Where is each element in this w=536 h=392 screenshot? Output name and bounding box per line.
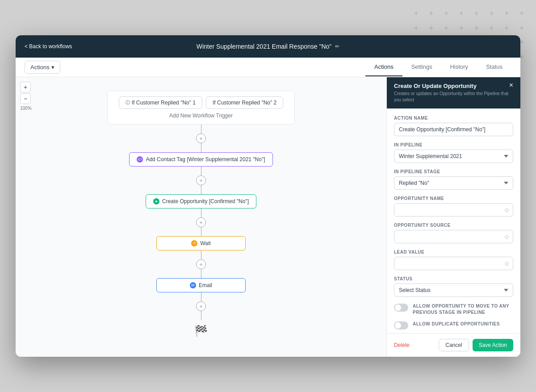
panel-footer: Delete Cancel Save Action	[387, 333, 520, 357]
in-pipeline-stage-select[interactable]: Replied "No"	[394, 176, 513, 190]
connector-line	[201, 292, 201, 301]
connector-line	[201, 167, 201, 175]
tabs: Actions Settings History Status	[365, 58, 511, 76]
opportunity-name-label: OPPORTUNITY NAME	[394, 196, 513, 201]
wait-node-label: Wait	[200, 240, 211, 246]
zoom-out-button[interactable]: −	[20, 93, 31, 104]
connector-5: +	[196, 292, 206, 320]
lead-value-input-wrapper: ◇	[394, 257, 513, 270]
action-name-input[interactable]	[394, 123, 513, 136]
header-title: Winter Supplemental 2021 Email Response …	[197, 43, 340, 50]
allow-previous-stage-toggle[interactable]	[394, 304, 408, 312]
opportunity-node[interactable]: ● Create Opportunity [Confirmed "No"]	[146, 194, 256, 209]
tag-node[interactable]: 🏷 Add Contact Tag [Winter Supplemental 2…	[129, 152, 272, 167]
panel-title: Create Or Update Opportunity	[394, 83, 509, 89]
main-content: + − 100% ⓘ If Customer Replied "No" 1 If…	[16, 77, 520, 357]
email-node[interactable]: ✉ Email	[156, 278, 246, 292]
add-node-button-4[interactable]: +	[196, 259, 206, 269]
actions-dropdown[interactable]: Actions ▾	[25, 61, 60, 74]
lead-value-input[interactable]	[394, 257, 513, 270]
connector-4: +	[196, 250, 206, 278]
trigger-buttons: ⓘ If Customer Replied "No" 1 If Customer…	[117, 96, 285, 109]
tag-node-label: Add Contact Tag [Winter Supplemental 202…	[146, 156, 265, 163]
panel-subtitle: Creates or updates an Opportunity within…	[394, 91, 509, 103]
in-pipeline-stage-label: IN PIPELINE STAGE	[394, 169, 513, 174]
opportunity-node-icon: ●	[153, 198, 159, 204]
edit-title-icon[interactable]: ✏	[335, 43, 339, 50]
status-label: STATUS	[394, 276, 513, 281]
tab-actions[interactable]: Actions	[365, 58, 402, 76]
allow-duplicate-label: ALLOW DUPLICATE OPPORTUNITIES	[413, 321, 500, 327]
close-panel-button[interactable]: ×	[509, 82, 513, 89]
right-panel: Create Or Update Opportunity Creates or …	[386, 77, 520, 357]
header: < Back to workflows Winter Supplemental …	[16, 35, 520, 58]
delete-button[interactable]: Delete	[394, 342, 410, 348]
save-action-button[interactable]: Save Action	[473, 339, 513, 351]
lead-value-label: LEAD VALUE	[394, 250, 513, 254]
connector-line	[201, 227, 201, 236]
workflow-canvas[interactable]: + − 100% ⓘ If Customer Replied "No" 1 If…	[16, 77, 386, 357]
opportunity-source-label: OPPORTUNITY SOURCE	[394, 223, 513, 228]
opportunity-source-input[interactable]	[394, 230, 513, 243]
connector-line	[201, 269, 201, 278]
action-name-field: ACTION NAME	[394, 116, 513, 136]
footer-right: Cancel Save Action	[439, 339, 513, 351]
opportunity-source-icon: ◇	[505, 234, 509, 240]
back-to-workflows-link[interactable]: < Back to workflows	[16, 43, 81, 50]
in-pipeline-label: IN PIPELINE	[394, 142, 513, 147]
canvas-controls: + − 100%	[20, 82, 32, 111]
workflow-title: Winter Supplemental 2021 Email Response …	[197, 43, 332, 50]
allow-previous-stage-toggle-row: ALLOW OPPORTUNITY TO MOVE TO ANY PREVIOU…	[394, 303, 513, 316]
in-pipeline-field: IN PIPELINE Winter Supplemental 2021	[394, 142, 513, 163]
add-node-button-3[interactable]: +	[196, 217, 206, 227]
finish-flag: 🏁	[194, 325, 208, 337]
lead-value-icon: ◇	[505, 260, 509, 267]
lead-value-field: LEAD VALUE ◇	[394, 250, 513, 270]
trigger-button-2[interactable]: If Customer Replied "No" 2	[206, 96, 283, 109]
action-name-label: ACTION NAME	[394, 116, 513, 121]
opportunity-name-icon: ◇	[505, 207, 509, 213]
allow-duplicate-toggle-row: ALLOW DUPLICATE OPPORTUNITIES	[394, 321, 513, 329]
panel-header-text: Create Or Update Opportunity Creates or …	[394, 83, 509, 103]
zoom-level: 100%	[20, 106, 32, 111]
status-field: STATUS Select Status	[394, 276, 513, 297]
opportunity-node-label: Create Opportunity [Confirmed "No"]	[162, 198, 249, 204]
connector-line	[201, 209, 201, 217]
connector-line	[201, 143, 201, 152]
email-node-label: Email	[199, 282, 212, 288]
opportunity-name-field: OPPORTUNITY NAME ◇	[394, 196, 513, 217]
tab-history[interactable]: History	[441, 58, 477, 76]
trigger-1-label: If Customer Replied "No" 1	[132, 100, 196, 106]
add-node-button-2[interactable]: +	[196, 175, 206, 185]
app-window: < Back to workflows Winter Supplemental …	[16, 35, 520, 357]
opportunity-source-input-wrapper: ◇	[394, 230, 513, 243]
trigger-button-1[interactable]: ⓘ If Customer Replied "No" 1	[119, 96, 202, 109]
connector-line	[201, 185, 201, 194]
tab-status[interactable]: Status	[477, 58, 511, 76]
add-node-button-5[interactable]: +	[196, 301, 206, 311]
panel-body: ACTION NAME IN PIPELINE Winter Supplemen…	[387, 108, 520, 333]
connector-3: +	[196, 209, 206, 236]
opportunity-name-input[interactable]	[394, 203, 513, 217]
in-pipeline-select[interactable]: Winter Supplemental 2021	[394, 150, 513, 163]
cancel-button[interactable]: Cancel	[439, 339, 469, 351]
tabs-bar: Actions ▾ Actions Settings History Statu…	[16, 58, 520, 77]
allow-previous-stage-label: ALLOW OPPORTUNITY TO MOVE TO ANY PREVIOU…	[413, 303, 513, 316]
status-select[interactable]: Select Status	[394, 284, 513, 297]
add-node-button-1[interactable]: +	[196, 133, 206, 143]
allow-duplicate-toggle[interactable]	[394, 321, 408, 329]
wait-node[interactable]: ⏱ Wait	[156, 236, 246, 250]
email-node-icon: ✉	[190, 282, 196, 288]
workflow-inner: ⓘ If Customer Replied "No" 1 If Customer…	[16, 77, 386, 357]
trigger-2-label: If Customer Replied "No" 2	[213, 100, 276, 106]
opportunity-name-input-wrapper: ◇	[394, 203, 513, 217]
actions-dropdown-label: Actions	[30, 64, 50, 71]
zoom-in-button[interactable]: +	[20, 82, 31, 92]
connector-line	[201, 125, 201, 133]
add-trigger-button[interactable]: Add New Workflow Trigger	[117, 113, 285, 119]
in-pipeline-stage-field: IN PIPELINE STAGE Replied "No"	[394, 169, 513, 190]
tab-settings[interactable]: Settings	[402, 58, 441, 76]
panel-header: Create Or Update Opportunity Creates or …	[387, 77, 520, 108]
opportunity-source-field: OPPORTUNITY SOURCE ◇	[394, 223, 513, 243]
connector-line	[201, 311, 201, 320]
